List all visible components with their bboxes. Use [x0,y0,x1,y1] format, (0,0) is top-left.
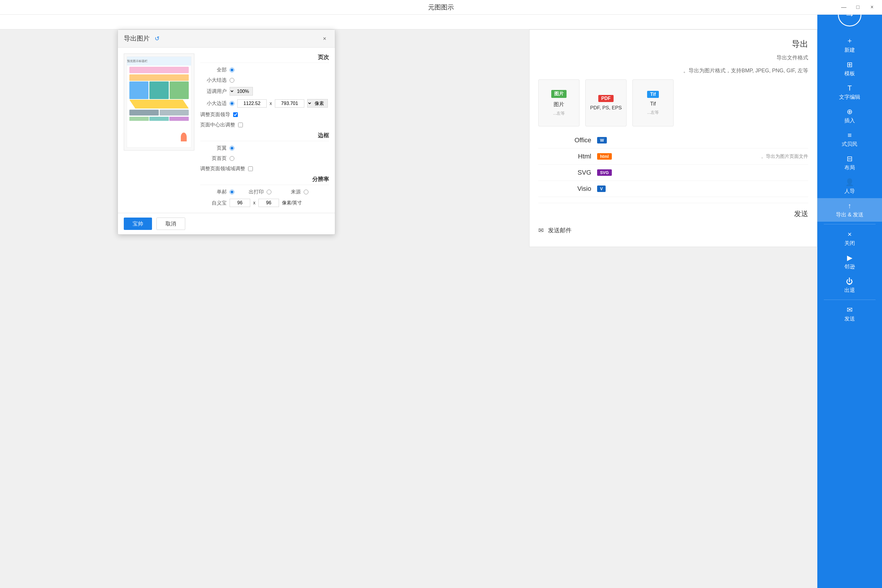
custom-res-x-input[interactable] [230,199,250,207]
email-share-icon: ✉ [538,226,544,234]
office-badge: W [597,137,607,144]
title-bar: × □ — 元图图示 [0,0,882,15]
preview-orange-bar [129,74,189,81]
sidebar-item-new[interactable]: ＋ 新建 [818,32,882,57]
send-icon: ✉ [847,306,853,314]
sidebar-item-insert[interactable]: ⊕ 插入 [818,104,882,128]
center-page-checkbox[interactable] [238,123,243,127]
format-card-pdf[interactable]: PDF PDF, PS, EPS [585,80,627,126]
share-email-row[interactable]: ✉ 发送邮件 [538,223,808,238]
sidebar-item-person[interactable]: 👤 人导 [818,175,882,198]
share-section: 发送 ✉ 发送邮件 [538,203,808,238]
sidebar-template-label: 模板 [844,70,855,77]
resolution-single-label: 单郝 [200,189,226,195]
pages-all-radio[interactable] [230,68,234,72]
border-section-label: 边框 [200,132,329,141]
sidebar-close-label: 关闭 [844,240,855,247]
size-unit-select[interactable]: 像素 mm cm [307,99,328,108]
minimize-win-button[interactable]: — [840,3,848,12]
sidebar-divider [824,224,876,224]
close-sidebar-icon: × [848,230,852,238]
dialog-ok-button[interactable]: 宝帅 [124,218,152,230]
sidebar-item-send[interactable]: ✉ 发送 [818,302,882,326]
export-panel-subtitle: 导出文件格式 [538,54,808,61]
sidebar-item-text[interactable]: T 文字编辑 [818,81,882,104]
sidebar-item-format[interactable]: ≡ 式贝民 [818,128,882,151]
border-edge-label: 页翼 [200,145,226,152]
resolution-source-radio[interactable] [304,190,308,194]
app-title: 元图图示 [428,3,454,12]
size-select-dropdown[interactable]: 100% 75% 50% [230,87,253,96]
fit-page-checkbox[interactable] [233,112,238,117]
insert-icon: ⊕ [847,108,853,116]
sidebar-logout-label: 出退 [844,286,855,294]
dialog-close-button[interactable]: × [320,34,329,43]
dialog-footer: 宝帅 取消 [118,213,335,234]
format-card-image[interactable]: 图片 图片 左等... [538,80,579,126]
tif-badge: Tif [647,91,658,98]
format-card-tif[interactable]: Tif Tif 左等... [632,80,674,126]
export-row-office[interactable]: Office W [538,132,808,148]
export-row-svg[interactable]: SVG SVG [538,165,808,181]
border-custom-checkbox[interactable] [248,166,253,171]
template-icon: ⊞ [847,61,853,69]
sidebar-item-export[interactable]: ↑ 导出 & 发送 [818,198,882,222]
pages-select-radio[interactable] [230,78,234,82]
border-none-row: 页首页 [200,155,329,162]
custom-res-label: 自义宝 [200,200,226,206]
custom-res-y-input[interactable] [258,199,279,207]
center-page-label: 页面中心出调整 [200,122,235,128]
border-none-radio[interactable] [230,156,234,161]
sidebar-item-layout[interactable]: ⊟ 布局 [818,151,882,175]
preview-bottom [129,110,189,116]
sidebar-format-label: 式贝民 [842,141,858,148]
pdf-badge: PDF [598,95,614,102]
export-panel-title: 导出 [538,39,808,50]
dialog-preview: 预览图示标题栏 [124,54,194,150]
custom-size-row: 小大边适 x 像素 mm cm [200,99,329,108]
pdf-format-name: PDF, PS, EPS [590,105,622,111]
custom-width-input[interactable] [237,99,267,108]
export-row-visio[interactable]: Visio V [538,181,808,197]
preview-small-boxes [129,117,189,121]
center-page-row: 页面中心出调整 [200,122,329,128]
resolution-row: 单郝 出打印 来源 [200,189,329,195]
custom-size-radio[interactable] [230,101,234,106]
dialog-header: 导出图片 ↺ × [118,30,335,48]
preview-image: 预览图示标题栏 [124,54,194,150]
close-win-button[interactable]: × [868,3,876,12]
dialog-settings: 页次 全部 小大结选 适调用户 100% 75% 50% 小大边适 [200,54,329,207]
sidebar-item-template[interactable]: ⊞ 模板 [818,57,882,81]
dialog-title: 导出图片 [124,34,150,43]
pages-all-row: 全部 [200,66,329,73]
fit-page-label: 调整页面领导 [200,111,230,118]
export-row-html[interactable]: Html html 导出为图片页面文件。 [538,148,808,165]
border-edge-radio[interactable] [230,146,234,150]
pages-section-label: 页次 [200,54,329,63]
toolbar: ♥ 赞不喜干 ✉ [0,15,882,29]
custom-height-input[interactable] [275,99,304,108]
sidebar-item-next[interactable]: ▶ 邻逊 [818,250,882,274]
image-badge: 图片 [551,90,567,98]
sidebar-item-close[interactable]: × 关闭 [818,226,882,250]
share-title: 发送 [538,209,808,219]
border-edge-row: 页翼 [200,145,329,152]
layout-icon: ⊟ [847,154,853,163]
preview-header: 预览图示标题栏 [127,57,191,66]
resolution-print-radio[interactable] [267,190,272,194]
resolution-print-label: 出打印 [237,189,264,195]
dialog-refresh-button[interactable]: ↺ [153,34,161,43]
export-formats: 图片 图片 左等... PDF PDF, PS, EPS Tif Tif 左等.… [538,80,808,126]
sidebar-item-logout[interactable]: ⏻ 出退 [818,274,882,297]
dialog-body: 预览图示标题栏 [118,48,335,213]
logout-icon: ⏻ [846,277,853,285]
sidebar-person-label: 人导 [844,188,855,195]
maximize-win-button[interactable]: □ [854,3,862,12]
custom-res-row: 自义宝 x 像素/英寸 [200,199,329,207]
dialog-cancel-button[interactable]: 取消 [156,218,185,230]
resolution-single-radio[interactable] [230,190,234,194]
sidebar-send-label: 发送 [844,315,855,322]
fit-page-row: 调整页面领导 [200,111,329,118]
res-separator: x [253,200,255,206]
preview-pink-bar [129,67,189,73]
